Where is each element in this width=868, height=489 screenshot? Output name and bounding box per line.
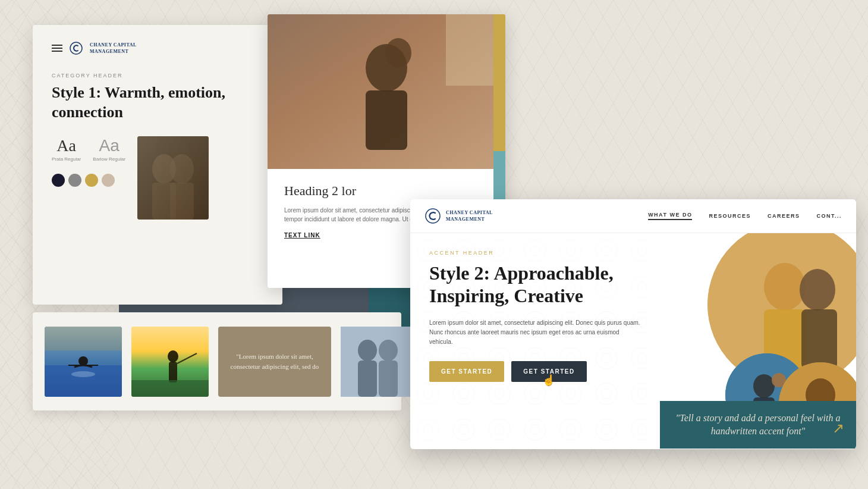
hamburger-line xyxy=(52,51,62,52)
category-label: Category Header xyxy=(52,73,263,79)
font-name-prata: Prata Regular xyxy=(52,156,81,162)
color-swatches xyxy=(52,174,125,187)
accent-header-label: Accent Header xyxy=(429,250,641,256)
logo-icon xyxy=(70,42,83,55)
font-samples: Aa Prata Regular Aa Barlow Regular xyxy=(52,136,125,162)
quote-block: "Lorem ipsum dolor sit amet, consectetur… xyxy=(218,327,331,397)
accent-gold xyxy=(493,14,505,151)
get-started-gold-button[interactable]: GET STARTED xyxy=(429,361,504,382)
svg-rect-27 xyxy=(379,361,398,397)
svg-point-24 xyxy=(358,340,377,361)
website-body-text: Lorem ipsum dolor sit amet, consectetur … xyxy=(429,318,641,347)
typography-section: Aa Prata Regular Aa Barlow Regular xyxy=(52,136,125,187)
style1-heading: Style 1: Warmth, emotion, connection xyxy=(52,83,263,122)
font-large-barlow: Aa xyxy=(99,136,119,155)
swatch-grey xyxy=(68,174,81,187)
nav-item-what-we-do[interactable]: What We Do xyxy=(648,212,692,220)
thumbnail-kayak xyxy=(45,327,122,397)
swatch-gold xyxy=(85,174,98,187)
website-right-photos: "Tell a story and add a personal feel wi… xyxy=(660,233,856,449)
website-left-content: Accent Header Style 2: Approachable, Ins… xyxy=(410,233,660,449)
style2-heading: Style 2: Approachable, Inspiring, Creati… xyxy=(429,262,641,308)
nav-item-careers[interactable]: Careers xyxy=(768,213,800,219)
arrow-decoration: ↗ xyxy=(832,420,844,437)
font-sample-barlow: Aa Barlow Regular xyxy=(93,136,125,162)
swatch-tan xyxy=(102,174,115,187)
website-logo-icon xyxy=(424,208,441,224)
hamburger-line xyxy=(52,48,62,49)
svg-rect-7 xyxy=(137,136,209,220)
quote-text: "Lorem ipsum dolor sit amet, consectetur… xyxy=(228,352,322,371)
website-content: Accent Header Style 2: Approachable, Ins… xyxy=(410,233,856,449)
svg-point-17 xyxy=(71,371,95,377)
svg-point-28 xyxy=(426,209,440,223)
svg-point-1 xyxy=(70,42,82,54)
thumbnail-golf xyxy=(131,327,209,397)
svg-rect-18 xyxy=(45,327,122,350)
photo-top xyxy=(268,14,505,169)
thumbnails-card: "Lorem ipsum dolor sit amet, consectetur… xyxy=(33,312,401,410)
font-name-barlow: Barlow Regular xyxy=(93,156,125,162)
hamburger-menu[interactable] xyxy=(52,45,62,52)
nav-item-resources[interactable]: Resources xyxy=(709,213,751,219)
website-nav: Chaney Capital Management What We Do Res… xyxy=(410,199,856,233)
style-guide-bottom: Aa Prata Regular Aa Barlow Regular xyxy=(52,136,263,220)
hamburger-line xyxy=(52,45,62,46)
card1-navbar: Chaney Capital Management xyxy=(52,42,263,55)
swatch-dark xyxy=(52,174,65,187)
svg-point-26 xyxy=(379,340,398,361)
cursor-hand-icon: ☝ xyxy=(542,374,555,387)
portrait-photo xyxy=(137,136,209,220)
website-mockup-card: Chaney Capital Management What We Do Res… xyxy=(410,199,856,449)
content-heading2: Heading 2 lor xyxy=(284,183,489,199)
nav-item-contact[interactable]: Cont... xyxy=(816,213,842,219)
svg-point-20 xyxy=(168,350,178,362)
svg-rect-21 xyxy=(169,362,177,383)
handwritten-quote: "Tell a story and add a personal feel wi… xyxy=(660,412,856,438)
button-group: GET STARTED GET STARTED ☝ xyxy=(429,361,641,382)
svg-rect-15 xyxy=(45,365,122,397)
svg-rect-22 xyxy=(131,380,209,397)
style-guide-card: Chaney Capital Management Category Heade… xyxy=(33,25,282,305)
svg-rect-25 xyxy=(358,361,377,397)
font-large-prata: Aa xyxy=(56,136,76,155)
logo-text: Chaney Capital Management xyxy=(90,42,137,54)
thumbnail-people xyxy=(341,327,412,397)
website-teal-bottom: "Tell a story and add a personal feel wi… xyxy=(660,401,856,449)
website-logo-text: Chaney Capital Management xyxy=(446,210,493,221)
website-nav-items: What We Do Resources Careers Cont... xyxy=(648,212,842,220)
font-sample-prata: Aa Prata Regular xyxy=(52,136,81,162)
website-logo: Chaney Capital Management xyxy=(424,208,493,224)
